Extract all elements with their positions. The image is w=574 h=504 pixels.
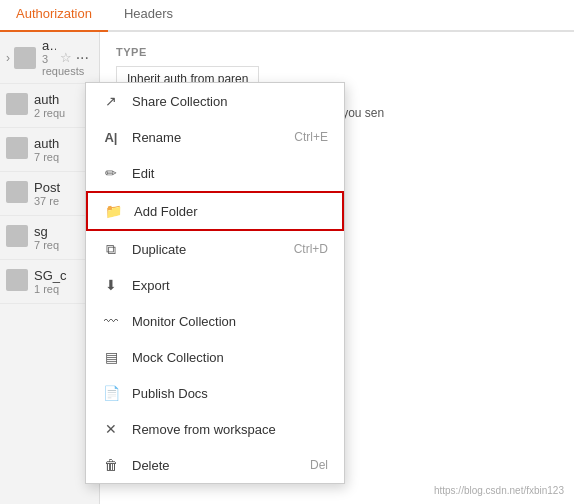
menu-label-rename: Rename	[132, 130, 294, 145]
menu-label-edit: Edit	[132, 166, 328, 181]
menu-label-delete: Delete	[132, 458, 310, 473]
shortcut-duplicate: Ctrl+D	[294, 242, 328, 256]
menu-label-monitor: Monitor Collection	[132, 314, 328, 329]
tab-bar: Authorization Headers	[0, 0, 574, 32]
folder-icon	[6, 269, 28, 291]
menu-item-rename[interactable]: A| Rename Ctrl+E	[86, 119, 344, 155]
duplicate-icon: ⧉	[102, 240, 120, 258]
monitor-icon: 〰	[102, 312, 120, 330]
export-icon: ⬇	[102, 276, 120, 294]
menu-item-add-folder[interactable]: 📁 Add Folder	[86, 191, 344, 231]
shortcut-delete: Del	[310, 458, 328, 472]
menu-item-remove[interactable]: ✕ Remove from workspace	[86, 411, 344, 447]
menu-label-remove: Remove from workspace	[132, 422, 328, 437]
sidebar-item-abc[interactable]: › abc 3 requests ☆ ···	[0, 32, 99, 84]
menu-item-delete[interactable]: 🗑 Delete Del	[86, 447, 344, 483]
add-folder-icon: 📁	[104, 202, 122, 220]
edit-icon: ✏	[102, 164, 120, 182]
menu-item-publish[interactable]: 📄 Publish Docs	[86, 375, 344, 411]
chevron-icon[interactable]: ›	[6, 51, 10, 65]
share-icon: ↗	[102, 92, 120, 110]
menu-label-add-folder: Add Folder	[134, 204, 326, 219]
menu-item-mock[interactable]: ▤ Mock Collection	[86, 339, 344, 375]
more-button[interactable]: ···	[72, 47, 93, 69]
folder-icon	[6, 225, 28, 247]
publish-icon: 📄	[102, 384, 120, 402]
menu-item-share[interactable]: ↗ Share Collection	[86, 83, 344, 119]
folder-icon	[6, 137, 28, 159]
remove-icon: ✕	[102, 420, 120, 438]
delete-icon: 🗑	[102, 456, 120, 474]
watermark: https://blog.csdn.net/fxbin123	[434, 485, 564, 496]
menu-label-duplicate: Duplicate	[132, 242, 294, 257]
shortcut-rename: Ctrl+E	[294, 130, 328, 144]
menu-label-export: Export	[132, 278, 328, 293]
mock-icon: ▤	[102, 348, 120, 366]
collection-icon	[14, 47, 36, 69]
star-icon[interactable]: ☆	[60, 50, 72, 65]
menu-label-mock: Mock Collection	[132, 350, 328, 365]
folder-icon	[6, 93, 28, 115]
rename-icon: A|	[102, 128, 120, 146]
context-menu: ↗ Share Collection A| Rename Ctrl+E ✏ Ed…	[85, 82, 345, 484]
collection-sub: 3 requests	[42, 53, 56, 77]
menu-item-edit[interactable]: ✏ Edit	[86, 155, 344, 191]
type-label: TYPE	[116, 46, 558, 58]
menu-item-duplicate[interactable]: ⧉ Duplicate Ctrl+D	[86, 231, 344, 267]
collection-name: abc	[42, 38, 56, 53]
menu-label-share: Share Collection	[132, 94, 328, 109]
menu-label-publish: Publish Docs	[132, 386, 328, 401]
tab-headers[interactable]: Headers	[108, 0, 189, 32]
tab-authorization[interactable]: Authorization	[0, 0, 108, 32]
folder-icon	[6, 181, 28, 203]
menu-item-monitor[interactable]: 〰 Monitor Collection	[86, 303, 344, 339]
menu-item-export[interactable]: ⬇ Export	[86, 267, 344, 303]
main-layout: › abc 3 requests ☆ ··· auth 2 requ auth …	[0, 32, 574, 504]
